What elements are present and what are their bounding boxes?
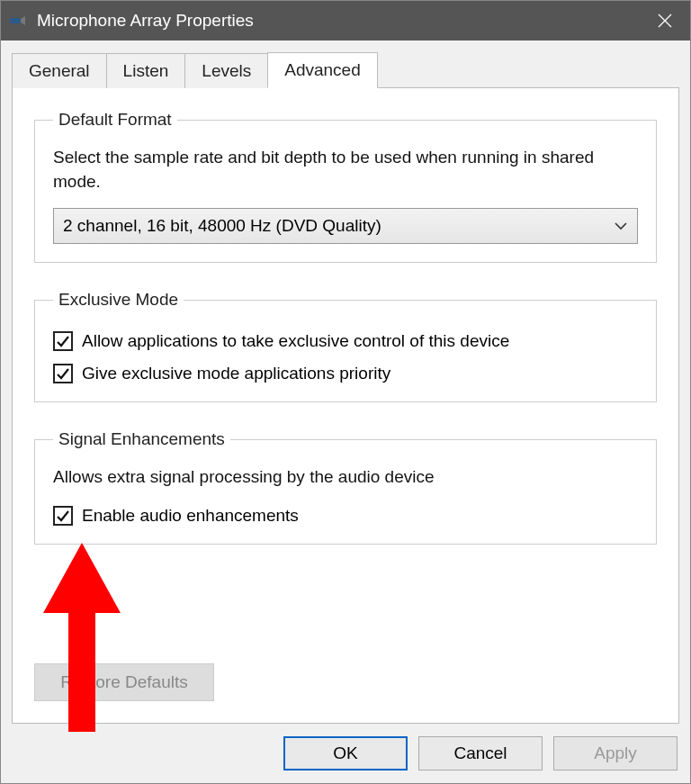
- default-format-description: Select the sample rate and bit depth to …: [53, 146, 638, 194]
- sample-rate-combo[interactable]: 2 channel, 16 bit, 48000 Hz (DVD Quality…: [53, 208, 638, 244]
- window-title: Microphone Array Properties: [37, 11, 640, 31]
- microphone-icon: [8, 11, 28, 31]
- group-signal-enhancements-legend: Signal Enhancements: [53, 429, 230, 449]
- cancel-button[interactable]: Cancel: [418, 736, 543, 770]
- svg-marker-3: [43, 543, 121, 732]
- checkmark-icon: [56, 366, 70, 381]
- enable-enhancements-row: Enable audio enhancements: [53, 506, 638, 526]
- sample-rate-value: 2 channel, 16 bit, 48000 Hz (DVD Quality…: [63, 216, 381, 236]
- allow-exclusive-checkbox[interactable]: [53, 331, 73, 351]
- restore-defaults-button[interactable]: Restore Defaults: [34, 663, 214, 701]
- chevron-down-icon: [614, 218, 628, 234]
- close-icon: [657, 13, 673, 29]
- apply-button: Apply: [553, 736, 678, 770]
- properties-window: Microphone Array Properties General List…: [0, 0, 691, 784]
- signal-enhancements-description: Allows extra signal processing by the au…: [53, 465, 638, 490]
- enable-enhancements-label[interactable]: Enable audio enhancements: [82, 506, 299, 526]
- tab-panel-advanced: Default Format Select the sample rate an…: [12, 87, 679, 724]
- group-signal-enhancements: Signal Enhancements Allows extra signal …: [34, 429, 657, 545]
- tab-advanced[interactable]: Advanced: [267, 52, 378, 88]
- ok-button[interactable]: OK: [283, 736, 408, 770]
- client-area: General Listen Levels Advanced Default F…: [1, 41, 690, 724]
- enable-enhancements-checkbox[interactable]: [53, 506, 73, 526]
- give-priority-label[interactable]: Give exclusive mode applications priorit…: [82, 364, 390, 383]
- give-priority-row: Give exclusive mode applications priorit…: [53, 364, 638, 383]
- give-priority-checkbox[interactable]: [53, 364, 73, 383]
- checkmark-icon: [56, 509, 70, 523]
- group-exclusive-mode-legend: Exclusive Mode: [53, 290, 184, 310]
- tab-strip: General Listen Levels Advanced: [12, 51, 679, 87]
- allow-exclusive-label[interactable]: Allow applications to take exclusive con…: [82, 331, 509, 351]
- group-default-format: Default Format Select the sample rate an…: [34, 110, 657, 263]
- group-exclusive-mode: Exclusive Mode Allow applications to tak…: [34, 290, 657, 402]
- checkmark-icon: [56, 334, 70, 348]
- tab-general[interactable]: General: [12, 53, 107, 88]
- svg-rect-0: [10, 18, 21, 23]
- annotation-arrow-icon: [41, 543, 122, 732]
- tab-listen[interactable]: Listen: [106, 53, 186, 88]
- close-button[interactable]: [640, 1, 690, 41]
- titlebar: Microphone Array Properties: [1, 1, 690, 41]
- allow-exclusive-row: Allow applications to take exclusive con…: [53, 331, 638, 351]
- group-default-format-legend: Default Format: [53, 110, 177, 130]
- tab-levels[interactable]: Levels: [184, 53, 268, 88]
- dialog-button-row: OK Cancel Apply: [1, 724, 690, 783]
